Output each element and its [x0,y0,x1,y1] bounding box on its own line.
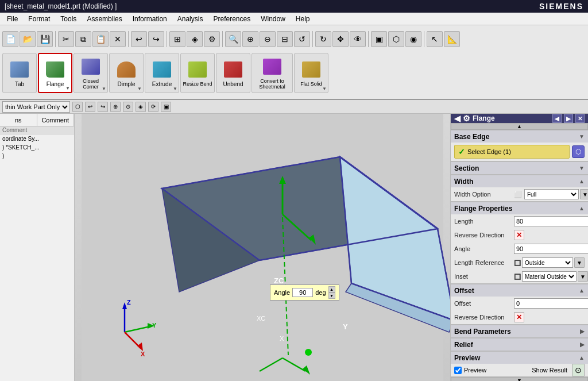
preview-checkbox-label[interactable]: Preview [464,367,486,374]
dimple-dropdown-arrow[interactable]: ▼ [137,86,142,91]
offset-header[interactable]: Offset ▲ [451,284,588,297]
unbend-tool-button[interactable]: Unbend [216,53,250,93]
work-part-selector[interactable]: thin Work Part Only [2,101,70,113]
length-input[interactable] [514,216,588,226]
closed-corner-dropdown-arrow[interactable]: ▼ [102,86,106,91]
pan-icon[interactable]: ✥ [332,31,349,47]
render-icon[interactable]: ▣ [371,31,387,47]
layer-icon[interactable]: ⊞ [169,31,185,47]
viewport[interactable]: ZC Y XC X [75,114,450,381]
preview-arrow[interactable]: ▲ [579,355,585,361]
panel-nav-left[interactable]: ◀ [454,114,461,123]
convert-sheetmetal-tool-button[interactable]: Convert to Sheetmetal [252,53,293,93]
length-ref-dropdown[interactable]: ▼ [574,257,585,268]
sidebar-item-2[interactable]: ) [0,152,74,160]
cut-icon[interactable]: ✂ [58,31,74,47]
open-icon[interactable]: 📂 [20,31,36,47]
width-option-select[interactable]: Full Value From End From Both Ends [524,189,579,199]
sec-icon-6[interactable]: ◈ [136,102,146,112]
flange-properties-arrow[interactable]: ▲ [579,205,585,211]
length-reference-select[interactable]: Outside Inside Web [522,257,573,268]
sidebar-item-0[interactable]: oordinate Sy... [0,134,74,143]
delete-icon[interactable]: ✕ [110,31,126,47]
relief-header[interactable]: Relief ▶ [451,338,588,351]
angle-up-arrow[interactable]: ▲ [328,286,335,293]
angle-down-arrow[interactable]: ▼ [328,293,335,299]
sec-icon-7[interactable]: ⟳ [148,102,158,112]
width-arrow[interactable]: ▲ [579,178,585,184]
save-icon[interactable]: 💾 [37,31,53,47]
measure-icon[interactable]: 📐 [444,31,460,47]
copy-icon[interactable]: ⧉ [75,31,91,47]
flat-solid-dropdown-arrow[interactable]: ▼ [322,86,327,91]
settings-icon[interactable]: ⚙ [204,31,220,47]
menu-window[interactable]: Window [256,14,290,24]
flange-tool-button[interactable]: Flange ▼ [38,53,72,93]
display-icon[interactable]: ◈ [187,31,203,47]
section-arrow[interactable]: ▼ [579,165,585,171]
offset-input[interactable] [514,298,588,309]
extrude-tool-button[interactable]: Extrude ▼ [145,53,179,93]
inset-dropdown[interactable]: ▼ [578,271,588,282]
angle-spinner[interactable]: ▲ ▼ [328,286,335,299]
panel-back-icon[interactable]: ◀ [552,114,562,123]
preview-header[interactable]: Preview ▲ [451,351,588,364]
base-edge-header[interactable]: Base Edge ▼ [451,130,588,143]
menu-preferences[interactable]: Preferences [208,14,255,24]
closed-corner-tool-button[interactable]: Closed Corner ▼ [74,53,108,93]
offset-reverse-btn[interactable]: ✕ [514,312,524,322]
relief-arrow[interactable]: ▶ [580,341,585,348]
panel-scroll-up[interactable]: ▲ [451,123,588,130]
resize-bend-tool-button[interactable]: Resize Bend [180,53,215,93]
angle-input[interactable] [514,244,588,254]
zoom-icon[interactable]: 🔍 [225,31,241,47]
paste-icon[interactable]: 📋 [92,31,109,47]
section-header[interactable]: Section ▼ [451,161,588,174]
sec-icon-3[interactable]: ↪ [98,102,108,112]
flange-properties-header[interactable]: Flange Properties ▲ [451,202,588,214]
offset-arrow[interactable]: ▲ [579,287,585,294]
menu-analysis[interactable]: Analysis [173,14,208,24]
sec-icon-8[interactable]: ▣ [161,102,171,112]
flat-solid-tool-button[interactable]: Flat Solid ▼ [294,53,328,93]
inset-select[interactable]: Material Outside Material Inside Bend Ou… [522,271,577,282]
width-option-dropdown-btn[interactable]: ▼ [580,189,588,199]
menu-tools[interactable]: Tools [56,14,81,24]
width-header[interactable]: Width ▲ [451,175,588,187]
preview-checkbox[interactable] [454,367,462,374]
sec-icon-2[interactable]: ↩ [85,102,95,112]
select-icon[interactable]: ↖ [427,31,443,47]
dimple-tool-button[interactable]: Dimple ▼ [109,53,144,93]
select-3d-icon[interactable]: ⬡ [572,145,585,158]
viewport-3d[interactable]: ZC Y XC X [75,114,450,381]
bend-parameters-header[interactable]: Bend Parameters ▶ [451,325,588,337]
select-edge-button[interactable]: ✓ Select Edge (1) [454,145,570,159]
extrude-dropdown-arrow[interactable]: ▼ [173,86,177,91]
menu-help[interactable]: Help [291,14,315,24]
zoom-in-icon[interactable]: ⊕ [242,31,258,47]
wire-icon[interactable]: ⬡ [388,31,404,47]
sidebar-item-1[interactable]: ) *SKETCH_... [0,143,74,152]
bend-parameters-arrow[interactable]: ▶ [580,328,585,334]
menu-file[interactable]: File [2,14,22,24]
menu-assemblies[interactable]: Assemblies [82,14,126,24]
angle-value-input[interactable] [292,288,313,297]
sec-icon-5[interactable]: ⊙ [123,102,133,112]
menu-format[interactable]: Format [24,14,55,24]
panel-scroll-down[interactable]: ▼ [451,377,588,381]
sidebar-tab-ns[interactable]: ns [0,114,37,126]
refresh-icon[interactable]: ↺ [294,31,310,47]
shade-icon[interactable]: ◉ [405,31,421,47]
new-icon[interactable]: 📄 [2,31,18,47]
zoom-out-icon[interactable]: ⊖ [260,31,276,47]
menu-information[interactable]: Information [128,14,172,24]
reverse-direction-btn[interactable]: ✕ [514,230,524,240]
sec-icon-1[interactable]: ⬡ [72,102,83,112]
panel-close-icon[interactable]: ✕ [575,114,585,123]
fit-icon[interactable]: ⊟ [277,31,293,47]
show-result-icon[interactable]: ⊙ [572,364,585,376]
base-edge-arrow[interactable]: ▼ [579,133,585,140]
panel-forward-icon[interactable]: ▶ [564,114,573,123]
sidebar-tab-comment[interactable]: Comment [37,114,75,126]
tab-tool-button[interactable]: Tab [2,53,37,93]
